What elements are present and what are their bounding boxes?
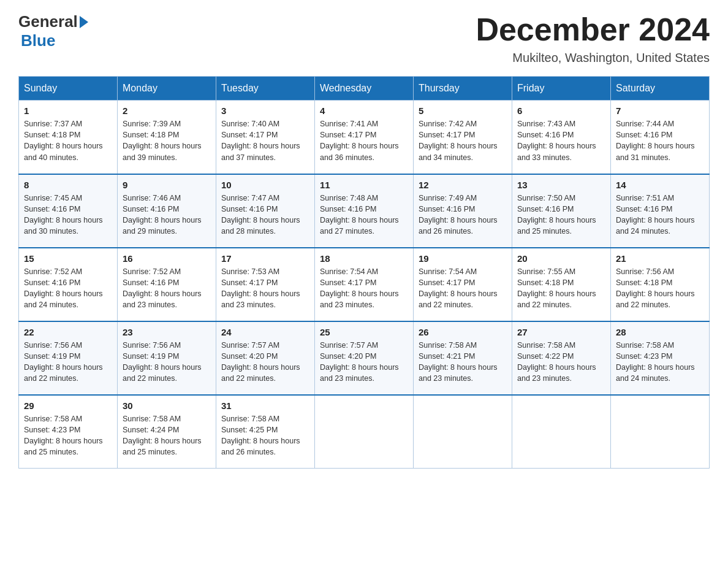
day-info: Sunrise: 7:45 AMSunset: 4:16 PMDaylight:…: [24, 193, 112, 237]
day-info: Sunrise: 7:47 AMSunset: 4:16 PMDaylight:…: [221, 193, 309, 237]
table-row: 29 Sunrise: 7:58 AMSunset: 4:23 PMDaylig…: [19, 395, 118, 469]
table-row: 16 Sunrise: 7:52 AMSunset: 4:16 PMDaylig…: [118, 248, 216, 321]
day-info: Sunrise: 7:44 AMSunset: 4:16 PMDaylight:…: [616, 118, 704, 163]
table-row: 11 Sunrise: 7:48 AMSunset: 4:16 PMDaylig…: [315, 174, 414, 248]
logo: General Blue: [18, 12, 90, 50]
day-number: 20: [517, 253, 605, 264]
day-number: 25: [320, 327, 408, 337]
day-number: 1: [24, 105, 112, 116]
calendar-week-row: 22 Sunrise: 7:56 AMSunset: 4:19 PMDaylig…: [19, 321, 710, 395]
table-row: 26 Sunrise: 7:58 AMSunset: 4:21 PMDaylig…: [414, 321, 512, 395]
day-info: Sunrise: 7:57 AMSunset: 4:20 PMDaylight:…: [221, 340, 309, 385]
day-number: 2: [123, 105, 211, 116]
table-row: 30 Sunrise: 7:58 AMSunset: 4:24 PMDaylig…: [118, 395, 216, 469]
day-number: 16: [123, 253, 211, 264]
day-info: Sunrise: 7:43 AMSunset: 4:16 PMDaylight:…: [517, 118, 605, 163]
col-header-tuesday: Tuesday: [216, 77, 315, 101]
day-number: 30: [123, 400, 211, 411]
day-number: 14: [616, 180, 704, 190]
day-number: 26: [419, 327, 507, 337]
calendar-week-row: 1 Sunrise: 7:37 AMSunset: 4:18 PMDayligh…: [19, 101, 710, 174]
col-header-saturday: Saturday: [611, 77, 710, 101]
day-info: Sunrise: 7:52 AMSunset: 4:16 PMDaylight:…: [24, 266, 112, 311]
day-info: Sunrise: 7:51 AMSunset: 4:16 PMDaylight:…: [616, 193, 704, 237]
day-info: Sunrise: 7:42 AMSunset: 4:17 PMDaylight:…: [419, 118, 507, 163]
table-row: 25 Sunrise: 7:57 AMSunset: 4:20 PMDaylig…: [315, 321, 414, 395]
logo-general-text: General: [18, 12, 78, 31]
day-number: 7: [616, 105, 704, 116]
logo-blue-text: Blue: [21, 31, 55, 50]
table-row: 2 Sunrise: 7:39 AMSunset: 4:18 PMDayligh…: [118, 101, 216, 174]
title-section: December 2024 Mukilteo, Washington, Unit…: [476, 12, 710, 65]
col-header-monday: Monday: [118, 77, 216, 101]
day-info: Sunrise: 7:49 AMSunset: 4:16 PMDaylight:…: [419, 193, 507, 237]
day-info: Sunrise: 7:54 AMSunset: 4:17 PMDaylight:…: [419, 266, 507, 311]
day-number: 18: [320, 253, 408, 264]
table-row: [414, 395, 512, 469]
day-info: Sunrise: 7:48 AMSunset: 4:16 PMDaylight:…: [320, 193, 408, 237]
table-row: 17 Sunrise: 7:53 AMSunset: 4:17 PMDaylig…: [216, 248, 315, 321]
day-info: Sunrise: 7:39 AMSunset: 4:18 PMDaylight:…: [123, 118, 211, 163]
logo-arrow-icon: [80, 16, 88, 28]
col-header-friday: Friday: [512, 77, 611, 101]
day-number: 23: [123, 327, 211, 337]
day-info: Sunrise: 7:56 AMSunset: 4:18 PMDaylight:…: [616, 266, 704, 311]
day-info: Sunrise: 7:58 AMSunset: 4:23 PMDaylight:…: [616, 340, 704, 385]
day-info: Sunrise: 7:58 AMSunset: 4:23 PMDaylight:…: [24, 413, 112, 458]
day-info: Sunrise: 7:55 AMSunset: 4:18 PMDaylight:…: [517, 266, 605, 311]
day-info: Sunrise: 7:50 AMSunset: 4:16 PMDaylight:…: [517, 193, 605, 237]
col-header-sunday: Sunday: [19, 77, 118, 101]
day-info: Sunrise: 7:52 AMSunset: 4:16 PMDaylight:…: [123, 266, 211, 311]
day-info: Sunrise: 7:58 AMSunset: 4:25 PMDaylight:…: [221, 413, 309, 458]
table-row: 5 Sunrise: 7:42 AMSunset: 4:17 PMDayligh…: [414, 101, 512, 174]
day-info: Sunrise: 7:41 AMSunset: 4:17 PMDaylight:…: [320, 118, 408, 163]
col-header-wednesday: Wednesday: [315, 77, 414, 101]
table-row: [512, 395, 611, 469]
table-row: 31 Sunrise: 7:58 AMSunset: 4:25 PMDaylig…: [216, 395, 315, 469]
table-row: 27 Sunrise: 7:58 AMSunset: 4:22 PMDaylig…: [512, 321, 611, 395]
day-number: 6: [517, 105, 605, 116]
calendar-week-row: 15 Sunrise: 7:52 AMSunset: 4:16 PMDaylig…: [19, 248, 710, 321]
page-header: General Blue December 2024 Mukilteo, Was…: [18, 12, 710, 65]
table-row: 9 Sunrise: 7:46 AMSunset: 4:16 PMDayligh…: [118, 174, 216, 248]
table-row: 8 Sunrise: 7:45 AMSunset: 4:16 PMDayligh…: [19, 174, 118, 248]
day-number: 22: [24, 327, 112, 337]
day-number: 31: [221, 400, 309, 411]
table-row: 7 Sunrise: 7:44 AMSunset: 4:16 PMDayligh…: [611, 101, 710, 174]
day-number: 19: [419, 253, 507, 264]
day-number: 12: [419, 180, 507, 190]
day-info: Sunrise: 7:58 AMSunset: 4:24 PMDaylight:…: [123, 413, 211, 458]
calendar-week-row: 8 Sunrise: 7:45 AMSunset: 4:16 PMDayligh…: [19, 174, 710, 248]
day-number: 28: [616, 327, 704, 337]
day-number: 24: [221, 327, 309, 337]
day-info: Sunrise: 7:58 AMSunset: 4:22 PMDaylight:…: [517, 340, 605, 385]
month-title: December 2024: [476, 12, 710, 47]
table-row: 14 Sunrise: 7:51 AMSunset: 4:16 PMDaylig…: [611, 174, 710, 248]
day-info: Sunrise: 7:40 AMSunset: 4:17 PMDaylight:…: [221, 118, 309, 163]
col-header-thursday: Thursday: [414, 77, 512, 101]
day-info: Sunrise: 7:57 AMSunset: 4:20 PMDaylight:…: [320, 340, 408, 385]
day-info: Sunrise: 7:37 AMSunset: 4:18 PMDaylight:…: [24, 118, 112, 163]
day-number: 13: [517, 180, 605, 190]
day-number: 27: [517, 327, 605, 337]
table-row: 4 Sunrise: 7:41 AMSunset: 4:17 PMDayligh…: [315, 101, 414, 174]
day-info: Sunrise: 7:46 AMSunset: 4:16 PMDaylight:…: [123, 193, 211, 237]
day-number: 17: [221, 253, 309, 264]
day-info: Sunrise: 7:56 AMSunset: 4:19 PMDaylight:…: [123, 340, 211, 385]
day-info: Sunrise: 7:58 AMSunset: 4:21 PMDaylight:…: [419, 340, 507, 385]
table-row: 19 Sunrise: 7:54 AMSunset: 4:17 PMDaylig…: [414, 248, 512, 321]
day-number: 9: [123, 180, 211, 190]
day-number: 4: [320, 105, 408, 116]
table-row: 20 Sunrise: 7:55 AMSunset: 4:18 PMDaylig…: [512, 248, 611, 321]
day-number: 3: [221, 105, 309, 116]
location-title: Mukilteo, Washington, United States: [476, 51, 710, 65]
day-number: 29: [24, 400, 112, 411]
calendar-header-row: Sunday Monday Tuesday Wednesday Thursday…: [19, 77, 710, 101]
table-row: 3 Sunrise: 7:40 AMSunset: 4:17 PMDayligh…: [216, 101, 315, 174]
table-row: 13 Sunrise: 7:50 AMSunset: 4:16 PMDaylig…: [512, 174, 611, 248]
table-row: 18 Sunrise: 7:54 AMSunset: 4:17 PMDaylig…: [315, 248, 414, 321]
table-row: 10 Sunrise: 7:47 AMSunset: 4:16 PMDaylig…: [216, 174, 315, 248]
table-row: 21 Sunrise: 7:56 AMSunset: 4:18 PMDaylig…: [611, 248, 710, 321]
table-row: 15 Sunrise: 7:52 AMSunset: 4:16 PMDaylig…: [19, 248, 118, 321]
day-number: 21: [616, 253, 704, 264]
